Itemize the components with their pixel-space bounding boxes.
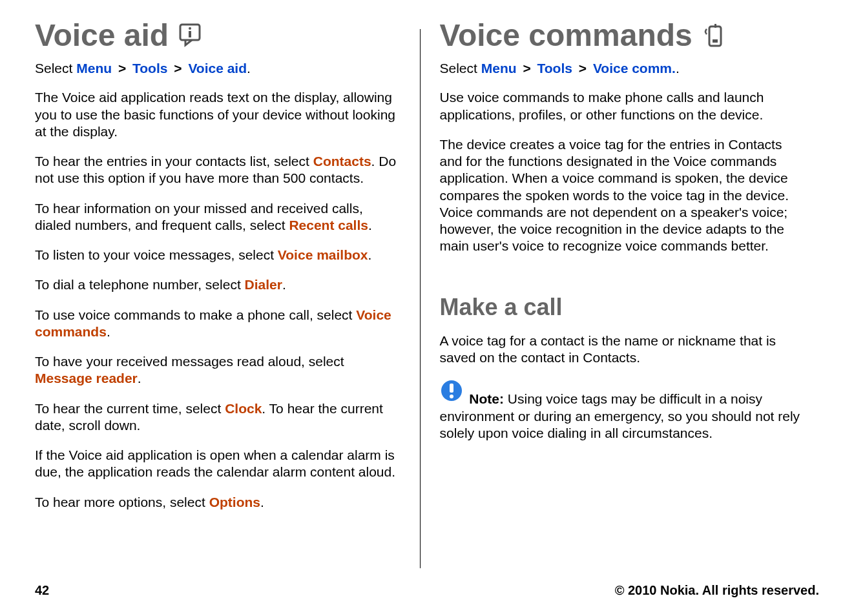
breadcrumb-tools-link[interactable]: Tools <box>537 61 572 76</box>
breadcrumb-menu-link[interactable]: Menu <box>76 61 112 76</box>
right-column: Voice commands Select Menu > Tools > Voi… <box>421 19 820 565</box>
two-column-layout: Voice aid Select Menu > Tools > Voice ai… <box>35 19 819 565</box>
vc-pre-text: To use voice commands to make a phone ca… <box>35 307 356 322</box>
mr-post-text: . <box>138 371 141 385</box>
dialer-paragraph: To dial a telephone number, select Diale… <box>35 276 401 293</box>
breadcrumb-tools-link[interactable]: Tools <box>132 61 167 76</box>
svg-rect-5 <box>714 24 716 28</box>
breadcrumb-suffix: . <box>676 61 680 76</box>
breadcrumb-separator: > <box>520 61 533 76</box>
breadcrumb-prefix: Select <box>440 61 481 76</box>
voice-commands-description-paragraph: The device creates a voice tag for the e… <box>440 136 806 255</box>
clock-link[interactable]: Clock <box>225 401 262 416</box>
breadcrumb-suffix: . <box>247 61 251 76</box>
voice-commands-heading: Voice commands <box>440 19 806 52</box>
voice-aid-breadcrumb: Select Menu > Tools > Voice aid. <box>35 61 401 76</box>
options-post-text: . <box>260 495 264 509</box>
breadcrumb-menu-link[interactable]: Menu <box>481 61 517 76</box>
voice-commands-intro-paragraph: Use voice commands to make phone calls a… <box>440 89 806 123</box>
note-label: Note: <box>469 391 504 406</box>
message-reader-paragraph: To have your received messages read alou… <box>35 353 401 387</box>
phone-voice-icon <box>702 23 727 48</box>
contacts-pre-text: To hear the entries in your contacts lis… <box>35 154 313 169</box>
recent-post-text: . <box>368 218 372 232</box>
recent-calls-paragraph: To hear information on your missed and r… <box>35 200 401 234</box>
clock-pre-text: To hear the current time, select <box>35 401 225 416</box>
left-column: Voice aid Select Menu > Tools > Voice ai… <box>35 19 420 565</box>
options-pre-text: To hear more options, select <box>35 495 209 509</box>
svg-rect-7 <box>450 384 453 393</box>
voice-commands-paragraph: To use voice commands to make a phone ca… <box>35 307 401 341</box>
options-paragraph: To hear more options, select Options. <box>35 494 401 511</box>
svg-point-8 <box>450 395 453 398</box>
page-footer: 42 © 2010 Nokia. All rights reserved. <box>35 583 819 598</box>
voice-mailbox-link[interactable]: Voice mailbox <box>278 247 368 262</box>
voice-aid-title-text: Voice aid <box>35 19 169 52</box>
message-reader-link[interactable]: Message reader <box>35 371 138 385</box>
voice-aid-intro-paragraph: The Voice aid application reads text on … <box>35 89 401 140</box>
svg-rect-2 <box>189 31 191 37</box>
options-link[interactable]: Options <box>209 495 260 509</box>
mr-pre-text: To have your received messages read alou… <box>35 354 344 369</box>
vc-post-text: . <box>107 324 110 339</box>
warning-note-icon <box>440 379 463 406</box>
dialer-link[interactable]: Dialer <box>245 277 282 292</box>
voice-mailbox-paragraph: To listen to your voice messages, select… <box>35 247 401 263</box>
calendar-alarm-paragraph: If the Voice aid application is open whe… <box>35 447 401 481</box>
voice-commands-breadcrumb: Select Menu > Tools > Voice comm.. <box>440 61 806 76</box>
breadcrumb-prefix: Select <box>35 61 76 76</box>
info-speech-icon <box>178 23 205 48</box>
svg-rect-4 <box>713 39 718 43</box>
dialer-pre-text: To dial a telephone number, select <box>35 277 245 292</box>
make-a-call-heading: Make a call <box>440 294 806 321</box>
page-number: 42 <box>35 583 49 598</box>
contacts-link[interactable]: Contacts <box>313 154 371 169</box>
voice-commands-title-text: Voice commands <box>440 19 693 52</box>
dialer-post-text: . <box>282 277 286 292</box>
make-a-call-intro-paragraph: A voice tag for a contact is the name or… <box>440 333 806 367</box>
svg-rect-3 <box>709 26 721 46</box>
svg-point-1 <box>189 27 191 30</box>
vm-pre-text: To listen to your voice messages, select <box>35 247 278 262</box>
breadcrumb-voice-aid-link[interactable]: Voice aid <box>188 61 247 76</box>
copyright-text: © 2010 Nokia. All rights reserved. <box>615 583 819 598</box>
recent-calls-link[interactable]: Recent calls <box>289 218 368 232</box>
contacts-paragraph: To hear the entries in your contacts lis… <box>35 153 401 187</box>
breadcrumb-separator: > <box>116 61 129 76</box>
voice-aid-heading: Voice aid <box>35 19 401 52</box>
breadcrumb-separator: > <box>171 61 184 76</box>
breadcrumb-separator: > <box>576 61 589 76</box>
note-block: Note: Using voice tags may be difficult … <box>440 379 806 442</box>
clock-paragraph: To hear the current time, select Clock. … <box>35 400 401 435</box>
breadcrumb-voice-comm-link[interactable]: Voice comm. <box>593 61 676 76</box>
manual-page: Voice aid Select Menu > Tools > Voice ai… <box>0 0 854 616</box>
vm-post-text: . <box>368 247 372 262</box>
